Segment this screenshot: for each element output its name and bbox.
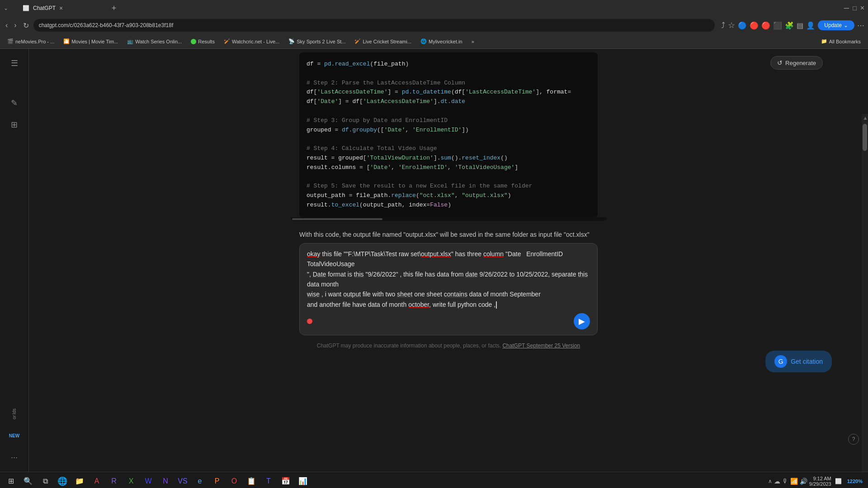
- bookmark-icon-5: 📡: [288, 38, 295, 44]
- bookmarks-bar: 🎬 neMovies.Pro - ... 🎦 Movies | Movie Ti…: [0, 34, 868, 49]
- percent-indicator: 1220%: [845, 479, 864, 484]
- nav-forward-btn[interactable]: ›: [12, 19, 18, 31]
- tray-up-icon[interactable]: ∧: [768, 478, 772, 484]
- get-citation-container: G Get citation: [765, 351, 832, 372]
- input-box[interactable]: okay this file ""F:\MTP\Task\Test raw se…: [299, 243, 598, 335]
- help-btn[interactable]: ?: [848, 434, 859, 445]
- update-btn[interactable]: Update ⌄: [818, 20, 854, 30]
- profile-icon[interactable]: 👤: [806, 21, 815, 30]
- bookmark-results[interactable]: Results: [187, 38, 218, 45]
- send-btn[interactable]: ▶: [574, 313, 590, 329]
- bookmark-star-icon[interactable]: ☆: [728, 20, 735, 30]
- extension4-icon[interactable]: ⬛: [773, 21, 782, 30]
- folder-icon[interactable]: 📁: [72, 474, 87, 488]
- active-tab[interactable]: ⬜ ChatGPT ×: [15, 2, 106, 14]
- bookmark-movie-times[interactable]: 🎦 Movies | Movie Tim...: [60, 38, 122, 45]
- tray-cloud-icon[interactable]: ☁: [774, 478, 780, 485]
- calendar-icon[interactable]: 📅: [278, 474, 293, 488]
- input-footer: ▶: [307, 313, 590, 329]
- teams-icon[interactable]: T: [261, 474, 276, 488]
- address-input[interactable]: chatgpt.com/c/0263a622-b460-43f7-a903-20…: [33, 19, 715, 32]
- scroll-thumb[interactable]: [863, 124, 867, 151]
- sidebar-menu-icon[interactable]: ☰: [5, 54, 24, 72]
- bookmark-series[interactable]: 📺 Watch Series Onlin...: [123, 38, 185, 45]
- onenote-icon[interactable]: N: [158, 474, 173, 488]
- menu-dots-icon[interactable]: ⋯: [857, 21, 864, 30]
- nav-refresh-btn[interactable]: ↻: [21, 19, 31, 32]
- word-icon[interactable]: W: [141, 474, 156, 488]
- bookmark-icon: 🎬: [7, 38, 14, 44]
- window-controls[interactable]: ⌄: [4, 5, 8, 11]
- tray-wifi-icon[interactable]: 📶: [790, 478, 798, 485]
- left-sidebar: ☰ ✎ ⊞ Ids or NEW ···: [0, 49, 29, 472]
- vertical-scrollbar[interactable]: ▲ ▼: [862, 114, 868, 472]
- sidebar-icon[interactable]: ▤: [797, 21, 803, 30]
- bookmark-sky[interactable]: 📡 Sky Sports 2 Live St...: [285, 38, 349, 45]
- disclaimer-link[interactable]: ChatGPT September 25 Version: [502, 343, 580, 349]
- bookmark-watchcric[interactable]: 🏏 Watchcric.net - Live...: [220, 38, 283, 45]
- this-word: this: [354, 271, 364, 278]
- nav-back-btn[interactable]: ‹: [4, 19, 9, 31]
- input-section: okay this file ""F:\MTP\Task\Test raw se…: [299, 243, 598, 335]
- column-word: column: [483, 250, 504, 258]
- new-tab-btn[interactable]: +: [108, 2, 120, 14]
- tab-close-btn[interactable]: ×: [59, 5, 63, 12]
- sidebar-dots-icon[interactable]: ···: [5, 448, 24, 466]
- minimize-btn[interactable]: ─: [844, 4, 849, 12]
- start-btn[interactable]: ⊞: [4, 474, 18, 488]
- sidebar-new-icon[interactable]: NEW: [5, 427, 24, 445]
- tray-speaker-icon[interactable]: 🔊: [800, 478, 807, 485]
- bookmark-movies[interactable]: 🎬 neMovies.Pro - ...: [4, 38, 58, 45]
- task-icon[interactable]: 📋: [244, 474, 259, 488]
- contains-word: contains: [444, 291, 467, 298]
- cursor: [496, 301, 497, 309]
- ppt-icon[interactable]: P: [210, 474, 224, 488]
- task-view-btn[interactable]: ⧉: [38, 474, 52, 488]
- sidebar-edit-icon[interactable]: ✎: [5, 94, 24, 112]
- folder-icon: 📁: [821, 38, 827, 44]
- wise-word: wise: [307, 291, 320, 298]
- maximize-btn[interactable]: □: [853, 5, 856, 12]
- bookmark-mylive[interactable]: 🌐 Mylivecricket.in: [417, 38, 466, 45]
- r-icon[interactable]: R: [107, 474, 121, 488]
- ids-label: Ids: [12, 408, 17, 414]
- extension1-icon[interactable]: 🔵: [738, 21, 747, 30]
- chat-content: ↺ Regenerate df = pd.read_excel(file_pat…: [29, 49, 868, 472]
- citation-icon: G: [774, 355, 787, 368]
- chrome-icon[interactable]: 🌐: [55, 474, 70, 488]
- extension5-icon[interactable]: 🧩: [785, 21, 794, 30]
- this2-word: this: [578, 271, 588, 278]
- system-time: 9:12 AM 9/29/2023: [809, 476, 831, 487]
- tray-mic-icon[interactable]: 🎙: [782, 478, 788, 485]
- output-xlsx-link: output.xlsx: [421, 250, 451, 258]
- code-scrollbar[interactable]: [290, 217, 607, 221]
- bookmark-cricket[interactable]: 🏏 Live Cricket Streami...: [351, 38, 415, 45]
- results-dot-icon: [191, 39, 196, 44]
- extension2-icon[interactable]: 🔴: [750, 21, 759, 30]
- sidebar-app-icon[interactable]: ⊞: [5, 116, 24, 134]
- search-btn[interactable]: 🔍: [21, 474, 35, 488]
- bookmark-more[interactable]: »: [468, 38, 478, 45]
- get-citation-btn[interactable]: G Get citation: [765, 351, 832, 372]
- bookmark-icon-6: 🏏: [354, 38, 361, 44]
- bookmark-icon-4: 🏏: [224, 38, 230, 44]
- edge-icon[interactable]: e: [193, 474, 207, 488]
- bookmark-all[interactable]: 📁 All Bookmarks: [817, 38, 864, 45]
- disclaimer: ChatGPT may produce inaccurate informati…: [290, 339, 607, 352]
- title-bar: ⌄ ⬜ ChatGPT × + ─ □ ×: [0, 0, 868, 16]
- vs-icon[interactable]: VS: [175, 474, 190, 488]
- share-icon[interactable]: ⤴: [721, 21, 725, 30]
- extension3-icon[interactable]: 🔴: [761, 21, 770, 30]
- input-text: okay this file ""F:\MTP\Task\Test raw se…: [307, 249, 590, 310]
- excel2-icon[interactable]: 📊: [296, 474, 310, 488]
- close-btn[interactable]: ×: [860, 4, 864, 12]
- acrobat-icon[interactable]: A: [90, 474, 104, 488]
- notification-icon[interactable]: ⬜: [833, 478, 844, 484]
- opera-icon[interactable]: O: [227, 474, 241, 488]
- tab-label: ChatGPT: [33, 5, 56, 11]
- sheet-word: sheet: [397, 291, 412, 298]
- excel-icon[interactable]: X: [124, 474, 138, 488]
- regenerate-btn[interactable]: ↺ Regenerate: [770, 56, 823, 70]
- description-text: With this code, the output file named "o…: [299, 223, 598, 243]
- scroll-up-icon[interactable]: ▲: [862, 114, 868, 122]
